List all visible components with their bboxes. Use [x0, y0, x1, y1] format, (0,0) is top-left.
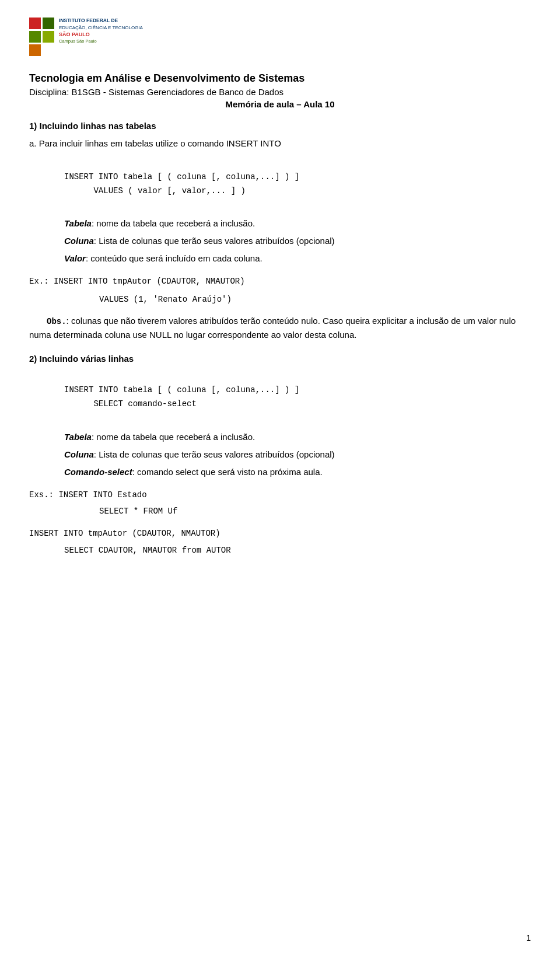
- logo-inst-line2: EDUCAÇÃO, CIÊNCIA E TECNOLOGIA: [59, 25, 143, 31]
- section-1-ex: Ex.: INSERT INTO tmpAutor (CDAUTOR, NMAU…: [29, 274, 531, 288]
- s2-tabela-label: Tabela: [64, 432, 92, 442]
- section-2-code-block: INSERT INTO tabela [ ( coluna [, coluna,…: [64, 369, 531, 425]
- coluna-text: : Lista de colunas que terão seus valore…: [94, 236, 335, 246]
- code-line-2: VALUES ( valor [, valor,... ] ): [93, 186, 245, 196]
- s2-coluna-label: Coluna: [64, 449, 94, 459]
- logo-text: INSTITUTO FEDERAL DE EDUCAÇÃO, CIÊNCIA E…: [59, 18, 143, 44]
- logo-square-5: [29, 44, 41, 56]
- section-1-coluna: Coluna: Lista de colunas que terão seus …: [64, 234, 531, 248]
- s2-exs-code2: SELECT * FROM Uf: [99, 507, 177, 516]
- page-number: 1: [526, 933, 531, 942]
- s2-code-line-1: INSERT INTO tabela [ ( coluna [, coluna,…: [64, 385, 299, 395]
- s2-exs-code4: INSERT INTO tmpAutor (CDAUTOR, NMAUTOR): [29, 529, 220, 538]
- section-1-intro: a. Para incluir linhas em tabelas utiliz…: [29, 137, 531, 151]
- logo-square-4: [43, 31, 54, 43]
- s2-comando-text: : comando select que será visto na próxi…: [132, 467, 323, 477]
- page-title-main: Tecnologia em Análise e Desenvolvimento …: [29, 72, 531, 85]
- page-titles: Tecnologia em Análise e Desenvolvimento …: [29, 72, 531, 109]
- valor-label: Valor: [64, 253, 86, 263]
- logo-inst-name: INSTITUTO FEDERAL DE: [59, 18, 143, 25]
- section-2-comando: Comando-select: comando select que será …: [64, 465, 531, 479]
- section-2-exs-line3: INSERT INTO tmpAutor (CDAUTOR, NMAUTOR): [29, 526, 531, 540]
- s2-comando-label: Comando-select: [64, 467, 132, 477]
- s2-coluna-text: : Lista de colunas que terão seus valore…: [94, 449, 335, 459]
- section-2-exs-line4: SELECT CDAUTOR, NMAUTOR from AUTOR: [64, 543, 531, 557]
- section-1-obs: Obs.: colunas que não tiverem valores at…: [29, 314, 531, 342]
- section-1-ex-code2: VALUES (1, 'Renato Araújo'): [99, 292, 531, 306]
- section-1-code-block: INSERT INTO tabela [ ( coluna [, coluna,…: [64, 156, 531, 212]
- s2-exs-code5: SELECT CDAUTOR, NMAUTOR from AUTOR: [64, 546, 231, 555]
- page-center-title: Memória de aula – Aula 10: [29, 99, 531, 109]
- s2-exs-code1: : INSERT INTO Estado: [49, 490, 147, 500]
- code-line-1: INSERT INTO tabela [ ( coluna [, coluna,…: [64, 172, 299, 181]
- obs-text: : colunas que não tiverem valores atribu…: [29, 316, 516, 340]
- valor-text: : conteúdo que será incluído em cada col…: [86, 253, 262, 263]
- section-1-title: 1) Incluindo linhas nas tabelas: [29, 121, 531, 131]
- page-subtitle: Disciplina: B1SGB - Sistemas Gerenciador…: [29, 87, 531, 97]
- page-header: INSTITUTO FEDERAL DE EDUCAÇÃO, CIÊNCIA E…: [29, 18, 531, 56]
- logo-campus: Campus São Paulo: [59, 39, 143, 45]
- section-2: 2) Incluindo várias linhas INSERT INTO t…: [29, 354, 531, 557]
- section-2-exs-line2: SELECT * FROM Uf: [99, 504, 531, 518]
- section-1-valor: Valor: conteúdo que será incluído em cad…: [64, 252, 531, 266]
- ex-label: Ex.: [29, 277, 44, 286]
- s2-tabela-text: : nome da tabela que receberá a inclusão…: [92, 432, 255, 442]
- s2-exs-label: Exs.: [29, 490, 49, 500]
- logo-square-2: [43, 18, 54, 29]
- section-1-tabela: Tabela: nome da tabela que receberá a in…: [64, 217, 531, 231]
- section-2-tabela: Tabela: nome da tabela que receberá a in…: [64, 430, 531, 444]
- section-1-intro-text: a. Para incluir linhas em tabelas utiliz…: [29, 138, 281, 148]
- section-2-exs-line1: Exs.: INSERT INTO Estado: [29, 487, 531, 501]
- logo-container: INSTITUTO FEDERAL DE EDUCAÇÃO, CIÊNCIA E…: [29, 18, 143, 56]
- s2-code-line-2: SELECT comando-select: [93, 399, 196, 409]
- ex-code1: : INSERT INTO tmpAutor (CDAUTOR, NMAUTOR…: [44, 277, 244, 286]
- logo-city: SÃO PAULO: [59, 31, 143, 39]
- tabela-label: Tabela: [64, 218, 92, 228]
- section-1: 1) Incluindo linhas nas tabelas a. Para …: [29, 121, 531, 342]
- logo-squares: [29, 18, 54, 56]
- logo-square-6: [43, 44, 54, 56]
- obs-label: Obs.: [47, 317, 66, 326]
- coluna-label: Coluna: [64, 236, 94, 246]
- section-2-title: 2) Incluindo várias linhas: [29, 354, 531, 364]
- logo-square-1: [29, 18, 41, 29]
- logo-square-3: [29, 31, 41, 43]
- tabela-text: : nome da tabela que receberá a inclusão…: [92, 218, 255, 228]
- section-2-coluna: Coluna: Lista de colunas que terão seus …: [64, 448, 531, 462]
- ex-values-code: VALUES (1, 'Renato Araújo'): [99, 295, 232, 304]
